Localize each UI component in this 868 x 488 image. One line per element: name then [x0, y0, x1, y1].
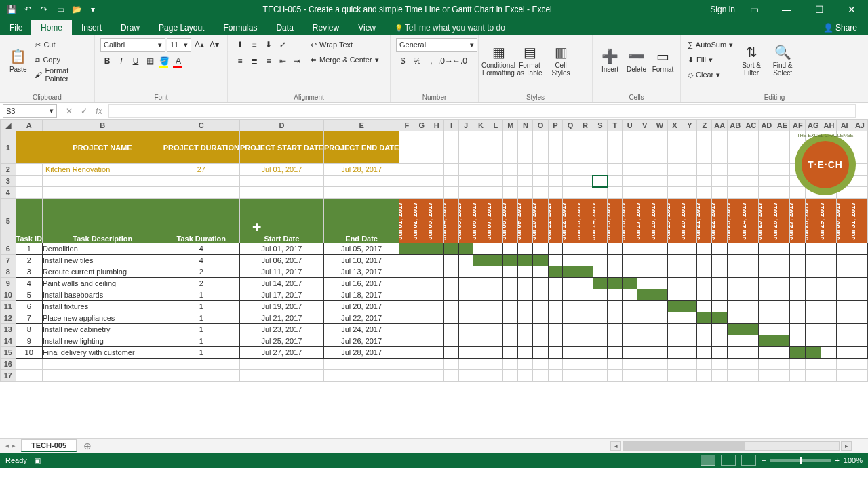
cell[interactable]	[16, 359, 42, 370]
gantt-cell[interactable]	[682, 336, 697, 347]
column-header[interactable]: N	[518, 120, 533, 131]
gantt-cell[interactable]	[806, 324, 821, 336]
gantt-cell[interactable]	[623, 324, 637, 336]
gantt-cell[interactable]	[548, 312, 563, 324]
gantt-cell[interactable]	[458, 312, 473, 324]
gantt-cell[interactable]	[790, 266, 806, 278]
gantt-cell[interactable]	[712, 324, 728, 336]
column-header[interactable]: L	[488, 120, 503, 131]
gantt-cell[interactable]	[697, 266, 712, 278]
column-header[interactable]: U	[623, 120, 637, 131]
date-header-cell[interactable]: Jul 03, 2017	[429, 199, 444, 243]
gantt-cell[interactable]	[821, 289, 837, 301]
gantt-cell[interactable]	[533, 243, 548, 255]
cell[interactable]: Jul 05, 2017	[323, 243, 399, 255]
date-header-cell[interactable]: Jul 05, 2017	[458, 199, 473, 243]
save-icon[interactable]: 💾	[4, 2, 19, 17]
gantt-cell[interactable]	[503, 289, 518, 301]
new-icon[interactable]: ▭	[53, 2, 68, 17]
gantt-cell[interactable]	[712, 347, 728, 359]
cell[interactable]	[682, 359, 697, 370]
cell[interactable]	[488, 359, 503, 370]
cell[interactable]	[548, 131, 563, 164]
cut-button[interactable]: ✂Cut	[33, 38, 89, 52]
cell[interactable]	[578, 370, 593, 382]
cell[interactable]: Jul 28, 2017	[323, 164, 399, 176]
cell[interactable]	[563, 131, 578, 164]
cell[interactable]	[608, 176, 623, 187]
gantt-cell[interactable]	[414, 278, 429, 289]
bold-button[interactable]: B	[100, 54, 114, 68]
insert-cells-button[interactable]: ➕Insert	[598, 38, 622, 81]
cell[interactable]: Install new tiles	[42, 255, 163, 266]
gantt-cell[interactable]	[821, 324, 837, 336]
gantt-cell[interactable]	[667, 289, 682, 301]
gantt-cell[interactable]	[399, 347, 414, 359]
gantt-cell[interactable]	[743, 324, 759, 336]
percent-icon[interactable]: %	[410, 54, 424, 68]
cell[interactable]	[518, 164, 533, 176]
gantt-cell[interactable]	[837, 347, 852, 359]
gantt-cell[interactable]	[790, 255, 806, 266]
gantt-cell[interactable]	[399, 289, 414, 301]
gantt-cell[interactable]	[533, 266, 548, 278]
copy-button[interactable]: ⧉Copy	[33, 53, 89, 66]
gantt-cell[interactable]	[414, 324, 429, 336]
gantt-cell[interactable]	[774, 312, 790, 324]
cell[interactable]: 7	[16, 312, 42, 324]
gantt-cell[interactable]	[444, 312, 458, 324]
tab-data[interactable]: Data	[267, 20, 302, 35]
gantt-cell[interactable]	[728, 347, 743, 359]
gantt-cell[interactable]	[712, 278, 728, 289]
cell[interactable]: Jul 06, 2017	[239, 255, 323, 266]
gantt-cell[interactable]	[637, 324, 652, 336]
cell[interactable]	[488, 164, 503, 176]
row-header[interactable]: 16	[1, 359, 16, 370]
gantt-cell[interactable]	[563, 243, 578, 255]
gantt-cell[interactable]	[712, 312, 728, 324]
cell[interactable]: Jul 26, 2017	[323, 336, 399, 347]
gantt-cell[interactable]	[667, 278, 682, 289]
align-left-icon[interactable]: ≡	[233, 54, 247, 68]
cell[interactable]	[667, 131, 682, 164]
cell[interactable]	[774, 131, 790, 164]
format-painter-button[interactable]: 🖌Format Painter	[33, 68, 89, 81]
gantt-cell[interactable]	[806, 347, 821, 359]
column-header[interactable]: O	[533, 120, 548, 131]
cell[interactable]: 2	[163, 266, 239, 278]
cell[interactable]: Jul 23, 2017	[239, 324, 323, 336]
gantt-cell[interactable]	[667, 312, 682, 324]
gantt-cell[interactable]	[623, 278, 637, 289]
cell[interactable]	[712, 176, 728, 187]
row-header[interactable]: 1	[1, 131, 16, 164]
gantt-cell[interactable]	[697, 243, 712, 255]
gantt-cell[interactable]	[444, 301, 458, 312]
gantt-cell[interactable]	[682, 347, 697, 359]
date-header-cell[interactable]: Jul 27, 2017	[790, 199, 806, 243]
gantt-cell[interactable]	[852, 301, 867, 312]
cell[interactable]	[578, 187, 593, 199]
gantt-cell[interactable]	[399, 255, 414, 266]
gantt-cell[interactable]	[652, 289, 667, 301]
cell[interactable]	[548, 187, 563, 199]
gantt-cell[interactable]	[790, 312, 806, 324]
gantt-cell[interactable]	[806, 278, 821, 289]
cell[interactable]	[667, 187, 682, 199]
gantt-cell[interactable]	[743, 347, 759, 359]
gantt-cell[interactable]	[444, 278, 458, 289]
gantt-cell[interactable]	[593, 301, 608, 312]
cell[interactable]	[563, 187, 578, 199]
row-header[interactable]: 3	[1, 176, 16, 187]
date-header-cell[interactable]: Jul 19, 2017	[667, 199, 682, 243]
increase-font-icon[interactable]: A▴	[193, 38, 206, 52]
cell[interactable]	[399, 164, 414, 176]
gantt-cell[interactable]	[806, 312, 821, 324]
date-header-cell[interactable]: Jul 26, 2017	[774, 199, 790, 243]
cell[interactable]: 1	[16, 243, 42, 255]
gantt-cell[interactable]	[548, 266, 563, 278]
cell[interactable]: Jul 16, 2017	[323, 278, 399, 289]
cell[interactable]: PROJECT NAME	[42, 131, 163, 164]
gantt-cell[interactable]	[458, 347, 473, 359]
gantt-cell[interactable]	[473, 347, 488, 359]
gantt-cell[interactable]	[488, 324, 503, 336]
